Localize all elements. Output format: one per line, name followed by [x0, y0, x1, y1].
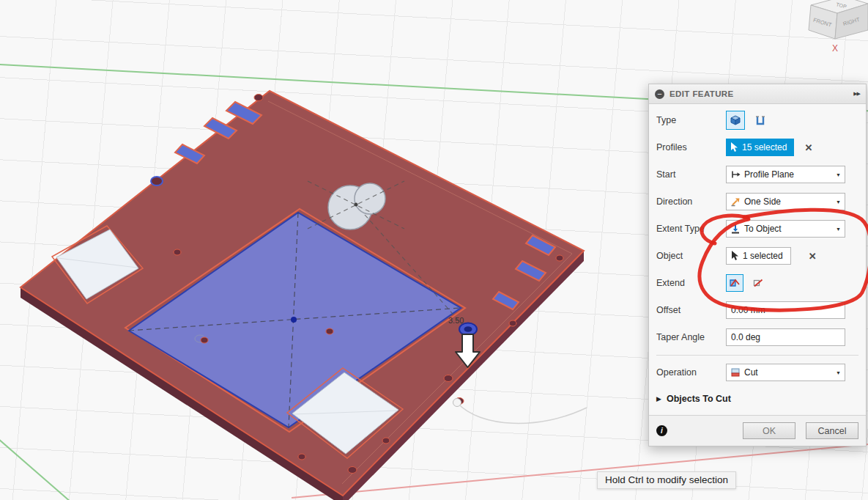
profiles-selected-count: 15 selected — [742, 142, 787, 152]
extent-type-value: To Object — [744, 224, 782, 234]
triangle-right-icon: ▶ — [656, 395, 661, 402]
profiles-label: Profiles — [656, 142, 726, 152]
operation-value: Cut — [744, 367, 758, 378]
dialog-header[interactable]: − EDIT FEATURE ▶▶ — [649, 84, 866, 104]
objects-to-cut-label: Objects To Cut — [667, 394, 731, 404]
ok-button[interactable]: OK — [743, 422, 795, 439]
profiles-clear-button[interactable]: ✕ — [804, 142, 812, 153]
viewcube-x-axis-label: X — [832, 43, 838, 54]
to-object-icon — [730, 224, 741, 234]
status-tooltip: Hold Ctrl to modify selection — [597, 471, 736, 489]
row-operation: Operation Cut ▼ — [656, 363, 858, 382]
object-clear-button[interactable]: ✕ — [809, 251, 817, 262]
extrude-thin-icon — [754, 114, 767, 127]
taper-angle-label: Taper Angle — [656, 332, 726, 342]
type-thin-extrude-button[interactable] — [751, 111, 770, 130]
chevron-down-icon: ▼ — [836, 172, 841, 177]
row-taper-angle: Taper Angle — [656, 328, 858, 347]
offset-input[interactable] — [726, 301, 845, 319]
extend-faces-icon — [729, 277, 741, 289]
row-direction: Direction One Side ▼ — [656, 192, 858, 211]
extrude-solid-icon — [729, 114, 742, 127]
object-selected-button[interactable]: 1 selected — [726, 247, 791, 265]
start-value: Profile Plane — [744, 169, 794, 180]
object-label: Object — [656, 251, 726, 261]
profile-plane-icon — [730, 169, 741, 180]
row-start: Start Profile Plane ▼ — [656, 165, 858, 184]
direction-dropdown[interactable]: One Side ▼ — [726, 193, 845, 210]
dock-arrows-icon[interactable]: ▶▶ — [853, 91, 860, 97]
cursor-icon — [730, 142, 738, 152]
extend-straight-icon — [752, 277, 764, 289]
chevron-down-icon: ▼ — [836, 199, 841, 205]
cut-operation-icon — [730, 367, 741, 378]
object-selected-count: 1 selected — [743, 251, 783, 261]
info-icon[interactable]: i — [656, 425, 667, 436]
objects-to-cut-section[interactable]: ▶ Objects To Cut — [656, 390, 858, 408]
extend-straight-button[interactable] — [749, 274, 767, 292]
extend-adjacent-button[interactable] — [726, 274, 743, 292]
row-type: Type — [656, 111, 858, 130]
edit-feature-dialog: − EDIT FEATURE ▶▶ Type — [648, 84, 867, 446]
offset-label: Offset — [656, 305, 726, 315]
one-side-icon — [730, 196, 741, 207]
dialog-title: EDIT FEATURE — [669, 89, 734, 98]
direction-label: Direction — [656, 196, 726, 207]
profiles-selected-button[interactable]: 15 selected — [726, 139, 794, 156]
collapse-circle-icon[interactable]: − — [655, 89, 664, 99]
row-extent-type: Extent Type To Object ▼ — [656, 219, 858, 238]
taper-angle-input[interactable] — [726, 328, 845, 346]
cursor-icon — [731, 251, 739, 261]
view-cube[interactable]: TOP FRONT RIGHT X — [809, 0, 868, 54]
row-offset: Offset — [656, 301, 858, 320]
extend-label: Extend — [656, 278, 726, 288]
row-extend: Extend — [656, 273, 858, 293]
start-label: Start — [656, 169, 726, 180]
type-label: Type — [656, 115, 726, 125]
start-dropdown[interactable]: Profile Plane ▼ — [726, 166, 845, 183]
dialog-footer: i OK Cancel — [649, 415, 866, 446]
chevron-down-icon: ▼ — [836, 227, 841, 232]
direction-value: One Side — [744, 196, 781, 207]
chevron-down-icon: ▼ — [836, 370, 841, 375]
dimension-label: 3.50 — [448, 316, 464, 325]
divider — [656, 355, 858, 356]
dialog-body: Type Profiles — [649, 104, 866, 415]
type-solid-extrude-button[interactable] — [726, 111, 745, 130]
cancel-button[interactable]: Cancel — [806, 422, 858, 439]
row-profiles: Profiles 15 selected ✕ — [656, 138, 858, 157]
operation-label: Operation — [656, 367, 726, 378]
extent-type-dropdown[interactable]: To Object ▼ — [726, 220, 845, 238]
operation-dropdown[interactable]: Cut ▼ — [726, 364, 845, 381]
row-object: Object 1 selected ✕ — [656, 246, 858, 265]
selected-hole[interactable] — [459, 323, 477, 336]
extent-type-label: Extent Type — [656, 224, 726, 234]
sketch-spline[interactable] — [453, 399, 587, 424]
